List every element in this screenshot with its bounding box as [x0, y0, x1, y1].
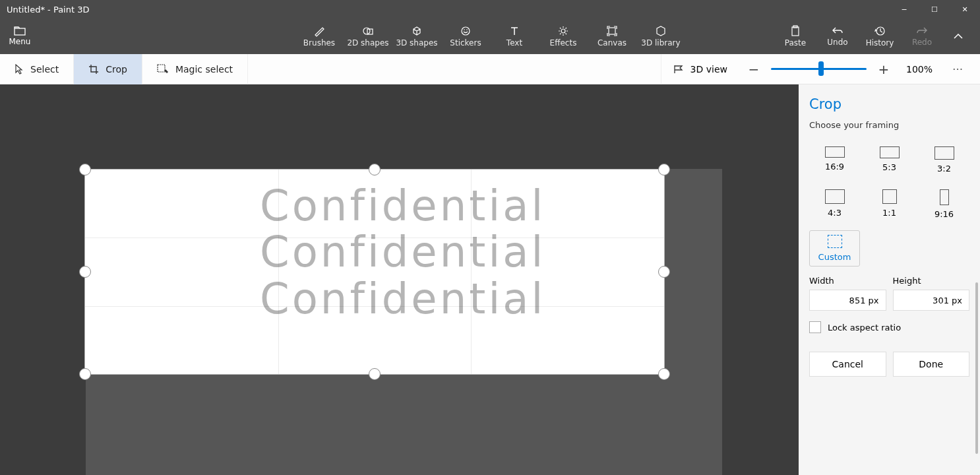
brushes-button[interactable]: Brushes	[296, 18, 342, 54]
2d-shapes-button[interactable]: 2D shapes	[345, 18, 391, 54]
framing-5-3[interactable]: 5:3	[864, 142, 915, 178]
stickers-icon	[460, 25, 472, 37]
redo-label: Redo	[912, 38, 932, 47]
3d-shapes-label: 3D shapes	[396, 38, 437, 48]
crop-handle-mid-left[interactable]	[79, 266, 91, 278]
brush-icon	[313, 25, 325, 37]
cancel-button[interactable]: Cancel	[809, 352, 886, 377]
paste-button[interactable]: Paste	[776, 18, 815, 54]
redo-icon	[916, 26, 928, 36]
ratio-label: 1:1	[882, 208, 896, 218]
ribbon-right: Paste Undo History Redo	[776, 18, 972, 54]
stickers-button[interactable]: Stickers	[443, 18, 489, 54]
canvas-button[interactable]: Canvas	[589, 18, 635, 54]
3d-shapes-button[interactable]: 3D shapes	[394, 18, 440, 54]
lock-aspect-row[interactable]: Lock aspect ratio	[809, 321, 969, 333]
effects-label: Effects	[550, 38, 577, 48]
crop-label: Crop	[106, 64, 127, 75]
svg-rect-0	[15, 28, 25, 35]
effects-icon	[557, 25, 569, 37]
crop-handle-bottom-right[interactable]	[658, 368, 670, 380]
crop-grid-line	[278, 170, 279, 374]
chevron-up-icon	[954, 34, 963, 39]
zoom-out-button[interactable]: −	[745, 60, 763, 79]
crop-handle-top-center[interactable]	[369, 164, 381, 175]
flag-icon	[673, 65, 684, 74]
tool-row: Select Crop Magic select 3D view − + 100…	[0, 54, 980, 84]
text-icon	[508, 25, 520, 37]
framing-16-9[interactable]: 16:9	[809, 142, 860, 178]
3d-view-toggle[interactable]: 3D view	[661, 54, 739, 84]
framing-1-1[interactable]: 1:1	[864, 185, 915, 224]
undo-label: Undo	[827, 38, 847, 47]
framing-grid: 16:9 5:3 3:2 4:3 1:1 9:16	[809, 142, 969, 267]
zoom-in-button[interactable]: +	[874, 60, 893, 79]
height-label: Height	[893, 276, 970, 286]
ratio-label: Custom	[818, 252, 851, 262]
zoom-slider-thumb[interactable]	[818, 61, 824, 76]
magic-select-tool[interactable]: Magic select	[142, 54, 248, 84]
zoom-value[interactable]: 100%	[901, 64, 938, 75]
undo-button[interactable]: Undo	[818, 18, 857, 54]
2d-shapes-label: 2D shapes	[347, 38, 388, 48]
lock-aspect-label: Lock aspect ratio	[828, 323, 901, 332]
canvas-icon	[606, 25, 618, 37]
svg-rect-8	[792, 27, 799, 36]
panel-title: Crop	[809, 96, 969, 112]
3d-shapes-icon	[411, 25, 423, 37]
crop-tool[interactable]: Crop	[74, 54, 142, 84]
framing-4-3[interactable]: 4:3	[809, 185, 860, 224]
main-area: Confidential Confidential Confidential C…	[0, 84, 980, 475]
svg-point-4	[464, 29, 465, 30]
title-bar: Untitled* - Paint 3D ─ ☐ ✕	[0, 0, 980, 18]
canvas-content: Confidential Confidential Confidential	[85, 170, 664, 322]
ratio-label: 4:3	[828, 208, 842, 218]
crop-handle-mid-right[interactable]	[658, 266, 670, 278]
undo-icon	[832, 26, 843, 36]
3d-library-label: 3D library	[641, 38, 680, 48]
canvas-text-line: Confidential	[260, 183, 664, 229]
width-input[interactable]	[809, 290, 886, 311]
canvas-viewport[interactable]: Confidential Confidential Confidential	[0, 84, 799, 475]
zoom-slider[interactable]	[771, 68, 867, 70]
crop-frame[interactable]: Confidential Confidential Confidential	[84, 169, 665, 375]
3d-library-button[interactable]: 3D library	[638, 18, 684, 54]
framing-9-16[interactable]: 9:16	[919, 185, 969, 224]
crop-grid-line	[471, 170, 472, 374]
stickers-label: Stickers	[450, 38, 481, 48]
3d-view-label: 3D view	[690, 64, 727, 75]
ratio-icon	[825, 146, 845, 158]
crop-handle-bottom-center[interactable]	[369, 368, 381, 380]
collapse-ribbon-button[interactable]	[944, 28, 972, 44]
framing-3-2[interactable]: 3:2	[919, 142, 969, 178]
dimensions: Width Height	[809, 276, 969, 311]
crop-handle-bottom-left[interactable]	[79, 368, 91, 380]
crop-handle-top-left[interactable]	[79, 164, 91, 175]
height-input[interactable]	[893, 290, 970, 311]
panel-subtitle: Choose your framing	[809, 120, 969, 130]
menu-button[interactable]: Menu	[0, 18, 40, 54]
select-tool[interactable]: Select	[0, 54, 74, 84]
minimize-button[interactable]: ─	[889, 0, 919, 18]
window-title: Untitled* - Paint 3D	[7, 5, 89, 15]
history-button[interactable]: History	[860, 18, 900, 54]
effects-button[interactable]: Effects	[540, 18, 586, 54]
ratio-label: 3:2	[937, 164, 951, 174]
done-button[interactable]: Done	[893, 352, 970, 377]
ratio-icon	[882, 189, 897, 204]
height-col: Height	[893, 276, 970, 311]
more-options-button[interactable]: ⋯	[943, 63, 973, 75]
paste-icon	[790, 25, 801, 37]
2d-shapes-icon	[362, 25, 374, 37]
panel-scrollbar[interactable]	[975, 282, 978, 454]
ratio-icon	[940, 189, 949, 205]
maximize-button[interactable]: ☐	[919, 0, 950, 18]
text-button[interactable]: Text	[491, 18, 537, 54]
close-button[interactable]: ✕	[950, 0, 980, 18]
svg-rect-11	[158, 65, 165, 72]
redo-button: Redo	[902, 18, 942, 54]
lock-aspect-checkbox[interactable]	[809, 321, 821, 333]
framing-custom[interactable]: Custom	[809, 230, 860, 267]
history-icon	[874, 25, 886, 37]
crop-handle-top-right[interactable]	[658, 164, 670, 175]
